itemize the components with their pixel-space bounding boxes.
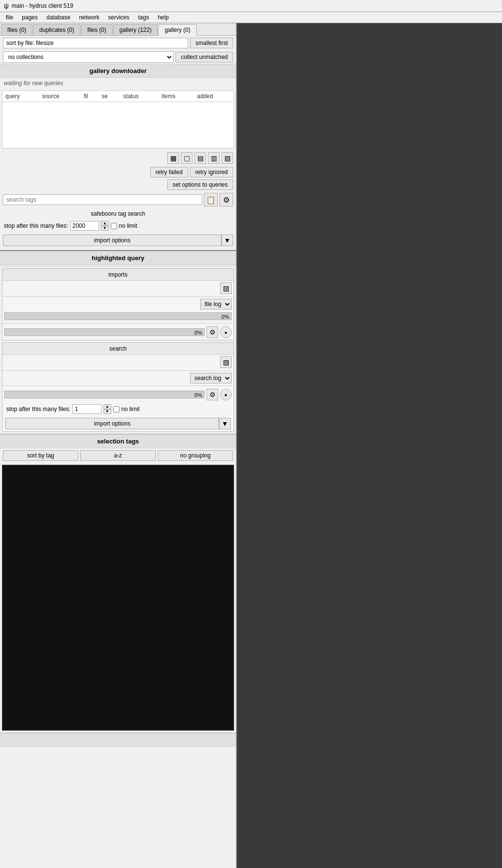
gear-tags-button[interactable]: ⚙ xyxy=(220,193,233,206)
icon-lines2[interactable]: ▥ xyxy=(208,152,220,164)
search-header: search xyxy=(2,343,234,355)
col-query: query xyxy=(2,91,39,102)
collect-unmatched-button[interactable]: collect unmatched xyxy=(176,52,233,62)
search-import-options-row: import options ▼ xyxy=(2,416,234,431)
search-stop-after-row: stop after this many files: ▲ ▼ no limit xyxy=(2,402,234,416)
query-table-container: query source fil se status items added xyxy=(2,90,234,148)
search-icon[interactable]: ▨ xyxy=(220,356,232,368)
search-import-options-button[interactable]: import options xyxy=(5,418,219,429)
tab-duplicates[interactable]: duplicates (0) xyxy=(33,24,80,35)
menu-pages[interactable]: pages xyxy=(18,13,42,22)
retry-ignored-button[interactable]: retry ignored xyxy=(190,167,233,177)
spinner[interactable]: ▲ ▼ xyxy=(101,221,109,231)
col-source: source xyxy=(39,91,81,102)
search-tags-input[interactable] xyxy=(3,194,202,205)
gallery-downloader-header: gallery downloader xyxy=(0,64,236,78)
stop-after-row: stop after this many files: ▲ ▼ no limit xyxy=(0,219,236,233)
app-title: main - hydrus client 519 xyxy=(12,2,73,9)
control-label-1: 0% xyxy=(194,329,202,337)
set-options-button[interactable]: set options to queries xyxy=(167,179,233,190)
col-se: se xyxy=(99,91,120,102)
icon-check[interactable]: ▨ xyxy=(221,152,233,164)
tab-gallery-0[interactable]: gallery (0) xyxy=(158,24,196,36)
search-spinner-up[interactable]: ▲ xyxy=(103,404,111,409)
waiting-text: waiting for new queries xyxy=(0,78,236,88)
search-divider-2 xyxy=(2,385,234,386)
imports-gear-button[interactable]: ⚙ xyxy=(207,326,218,338)
query-table: query source fil se status items added xyxy=(2,91,234,102)
tab-files-1[interactable]: files (0) xyxy=(81,24,112,35)
import-options-button[interactable]: import options xyxy=(3,235,221,246)
icon-square[interactable]: ▢ xyxy=(181,152,192,164)
no-limit-checkbox[interactable] xyxy=(111,223,117,229)
col-items: items xyxy=(159,91,194,102)
menu-tags[interactable]: tags xyxy=(134,13,153,22)
icon-row: ▦ ▢ ▤ ▥ ▨ xyxy=(0,150,236,166)
menu-file[interactable]: file xyxy=(2,13,17,22)
imports-divider-2 xyxy=(2,323,234,324)
copy-tags-button[interactable]: 📋 xyxy=(204,193,218,206)
search-icon-row: ▨ xyxy=(2,355,234,369)
selection-tags-header: selection tags xyxy=(0,434,236,448)
search-stop-after-input[interactable] xyxy=(73,404,102,414)
sort-tags-row: sort by tag a-z no grouping xyxy=(0,448,236,463)
progress-label-1: 0% xyxy=(221,313,229,321)
no-grouping-button[interactable]: no grouping xyxy=(158,450,233,461)
file-log-select[interactable]: file log xyxy=(200,299,232,309)
smallest-first-button[interactable]: smallest first xyxy=(190,38,233,48)
control-bar-1: 0% xyxy=(4,328,205,336)
progress-row-1: 0% xyxy=(2,310,234,322)
retry-failed-button[interactable]: retry failed xyxy=(150,167,188,177)
search-no-limit-label: no limit xyxy=(121,406,140,412)
menu-database[interactable]: database xyxy=(43,13,74,22)
stop-after-label: stop after this many files: xyxy=(4,222,68,229)
col-status: status xyxy=(120,91,159,102)
search-spinner-down[interactable]: ▼ xyxy=(103,409,111,414)
search-circle-button[interactable]: ● xyxy=(220,389,232,400)
control-label-2: 0% xyxy=(194,391,202,399)
search-import-dropdown[interactable]: ▼ xyxy=(219,418,231,429)
icon-grid[interactable]: ▦ xyxy=(167,152,179,164)
imports-header: imports xyxy=(2,269,234,281)
left-panel: files (0) duplicates (0) files (0) galle… xyxy=(0,23,237,868)
imports-icon[interactable]: ▨ xyxy=(220,282,232,294)
search-tags-row: 📋 ⚙ xyxy=(0,191,236,208)
control-bar-2: 0% xyxy=(4,391,205,398)
search-stop-after-label: stop after this many files: xyxy=(6,406,71,412)
search-no-limit-checkbox[interactable] xyxy=(113,406,119,412)
search-spinner[interactable]: ▲ ▼ xyxy=(103,404,111,414)
control-row-1: 0% ⚙ ● xyxy=(2,324,234,340)
action-row: retry failed retry ignored xyxy=(0,166,236,178)
selection-tags-section: selection tags sort by tag a-z no groupi… xyxy=(0,434,236,731)
az-button[interactable]: a-z xyxy=(80,450,156,461)
imports-divider xyxy=(2,296,234,297)
spinner-down[interactable]: ▼ xyxy=(101,226,109,231)
divider-1 xyxy=(0,266,236,266)
menu-help[interactable]: help xyxy=(154,13,173,22)
file-log-row: file log xyxy=(2,298,234,310)
menu-services[interactable]: services xyxy=(104,13,133,22)
control-row-2: 0% ⚙ ● xyxy=(2,387,234,402)
sort-row: smallest first xyxy=(0,36,236,50)
collections-select[interactable]: no collections xyxy=(3,51,174,63)
search-divider xyxy=(2,370,234,371)
search-log-row: search log xyxy=(2,372,234,384)
collections-row: no collections collect unmatched xyxy=(0,50,236,64)
search-section: search ▨ search log 0% ⚙ ● xyxy=(2,342,234,432)
tab-files-0[interactable]: files (0) xyxy=(1,24,32,35)
sort-input[interactable] xyxy=(3,38,188,48)
search-log-select[interactable]: search log xyxy=(190,373,232,383)
spinner-up[interactable]: ▲ xyxy=(101,221,109,226)
highlighted-section: highlighted query imports ▨ file log xyxy=(0,250,236,432)
menu-network[interactable]: network xyxy=(75,13,103,22)
import-options-row: import options ▼ xyxy=(0,233,236,248)
stop-after-input[interactable] xyxy=(70,221,99,231)
sort-by-tag-button[interactable]: sort by tag xyxy=(3,450,78,461)
search-gear-button[interactable]: ⚙ xyxy=(207,389,218,400)
icon-lines[interactable]: ▤ xyxy=(194,152,206,164)
imports-circle-button[interactable]: ● xyxy=(220,326,232,338)
tab-gallery-122[interactable]: gallery (122) xyxy=(113,24,158,35)
import-options-dropdown[interactable]: ▼ xyxy=(221,235,233,246)
col-added: added xyxy=(194,91,234,102)
title-bar: ψ main - hydrus client 519 xyxy=(0,0,502,12)
